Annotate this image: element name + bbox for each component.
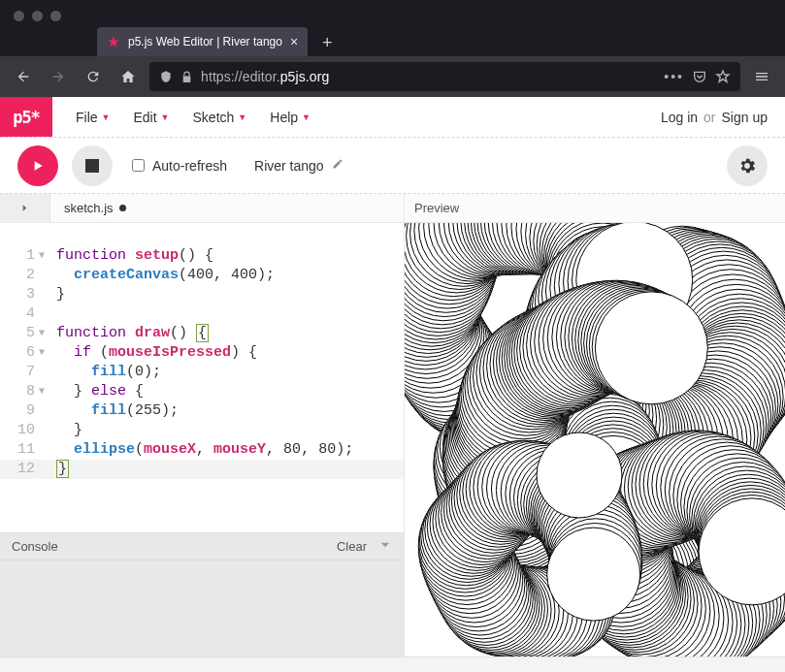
unsaved-dot-icon [119, 205, 126, 211]
sketch-name-text: River tango [254, 158, 324, 174]
code-content: } else { [47, 382, 144, 401]
line-number: 11 [0, 440, 37, 460]
gear-icon [737, 156, 757, 176]
home-icon [120, 69, 136, 84]
code-line[interactable]: 3} [0, 285, 404, 304]
window-maximize-dot[interactable] [50, 11, 61, 21]
back-button[interactable] [10, 63, 37, 90]
play-icon [30, 158, 46, 174]
horizontal-scrollbar[interactable] [0, 656, 785, 672]
shield-icon [159, 70, 173, 83]
play-button[interactable] [17, 145, 58, 186]
line-number: 8 [0, 382, 37, 401]
code-content: } [47, 421, 82, 440]
console-body[interactable] [0, 560, 404, 656]
p5-editor-app: p5* File▼Edit▼Sketch▼Help▼ Log in or Sig… [0, 97, 785, 672]
line-number: 1 [0, 246, 37, 266]
console-header: Console Clear [0, 532, 404, 560]
code-line[interactable]: 9 fill(255); [0, 401, 404, 421]
code-line[interactable]: 11 ellipse(mouseX, mouseY, 80, 80); [0, 440, 404, 460]
code-content: fill(0); [47, 363, 161, 382]
code-line[interactable]: 7 fill(0); [0, 363, 404, 382]
auto-refresh-toggle[interactable]: Auto-refresh [132, 158, 227, 174]
signup-link[interactable]: Sign up [722, 110, 768, 125]
url-text: https://editor.p5js.org [201, 69, 656, 84]
preview-label: Preview [414, 201, 459, 215]
code-line[interactable]: 1▼function setup() { [0, 246, 404, 266]
chevron-down-icon: ▼ [238, 112, 246, 122]
stop-button[interactable] [72, 145, 113, 186]
bookmark-star-icon[interactable] [715, 69, 731, 84]
login-link[interactable]: Log in [661, 110, 698, 125]
console-collapse-button[interactable] [378, 538, 392, 555]
line-number: 7 [0, 363, 37, 382]
browser-menu-button[interactable] [748, 63, 775, 90]
pencil-icon [332, 158, 343, 170]
auth-or: or [703, 110, 715, 125]
reload-button[interactable] [80, 63, 107, 90]
page-actions-icon[interactable]: ••• [664, 69, 684, 84]
code-line[interactable]: 4 [0, 304, 404, 324]
edit-name-button[interactable] [332, 158, 343, 173]
code-line[interactable]: 12} [0, 460, 404, 479]
file-tab[interactable]: sketch.js [50, 194, 140, 223]
pocket-icon[interactable] [692, 69, 707, 84]
window-close-dot[interactable] [14, 11, 24, 21]
menu-item-sketch[interactable]: Sketch▼ [181, 97, 259, 138]
settings-button[interactable] [727, 145, 768, 186]
url-bar[interactable]: https://editor.p5js.org ••• [149, 62, 740, 91]
browser-tab[interactable]: p5.js Web Editor | River tango × [97, 27, 308, 56]
preview-header: Preview [405, 194, 785, 223]
auto-refresh-checkbox[interactable] [132, 159, 145, 172]
tab-strip: p5.js Web Editor | River tango × + [0, 27, 785, 56]
toolbar: Auto-refresh River tango [0, 138, 785, 194]
menu-item-label: File [76, 110, 98, 125]
code-line[interactable]: 2 createCanvas(400, 400); [0, 266, 404, 285]
arrow-right-icon [50, 69, 66, 84]
chevron-down-icon: ▼ [102, 112, 111, 122]
browser-tab-title: p5.js Web Editor | River tango [128, 35, 282, 48]
chevron-right-icon [19, 203, 30, 213]
console-clear-button[interactable]: Clear [337, 539, 367, 554]
code-line[interactable]: 10 } [0, 421, 404, 440]
browser-chrome: p5.js Web Editor | River tango × + https… [0, 0, 785, 97]
code-line[interactable]: 8▼ } else { [0, 382, 404, 401]
code-content: } [47, 285, 65, 304]
tab-close-icon[interactable]: × [290, 35, 298, 48]
fold-gutter-icon[interactable]: ▼ [37, 246, 47, 266]
chevron-down-icon [378, 538, 392, 552]
menu-item-help[interactable]: Help▼ [258, 97, 322, 138]
code-content: } [47, 460, 69, 479]
preview-canvas-wrap [405, 223, 785, 656]
code-content: function draw() { [47, 324, 209, 343]
expand-sidebar-button[interactable] [0, 194, 50, 223]
menu-item-file[interactable]: File▼ [64, 97, 121, 138]
forward-button [45, 63, 72, 90]
home-button[interactable] [114, 63, 142, 90]
lock-icon [180, 71, 193, 83]
code-content: if (mouseIsPressed) { [47, 343, 257, 363]
code-editor[interactable]: 1▼function setup() {2 createCanvas(400, … [0, 223, 404, 532]
p5-logo[interactable]: p5* [0, 97, 52, 137]
code-line[interactable]: 6▼ if (mouseIsPressed) { [0, 343, 404, 363]
line-number: 5 [0, 324, 37, 343]
code-line[interactable]: 5▼function draw() { [0, 324, 404, 343]
new-tab-button[interactable]: + [313, 29, 341, 56]
fold-gutter-icon[interactable]: ▼ [37, 382, 47, 401]
hamburger-icon [754, 69, 769, 84]
menu-item-edit[interactable]: Edit▼ [121, 97, 180, 138]
line-number: 3 [0, 285, 37, 304]
stop-icon [85, 159, 99, 173]
preview-canvas[interactable] [405, 223, 785, 656]
line-number: 2 [0, 266, 37, 285]
code-content: function setup() { [47, 246, 213, 266]
menu-item-label: Edit [133, 110, 156, 125]
window-minimize-dot[interactable] [32, 11, 43, 21]
fold-gutter-icon[interactable]: ▼ [37, 343, 47, 363]
preview-column: Preview [405, 194, 785, 656]
line-number: 6 [0, 343, 37, 363]
line-number: 9 [0, 401, 37, 421]
file-tabs: sketch.js [0, 194, 404, 223]
fold-gutter-icon[interactable]: ▼ [37, 324, 47, 343]
reload-icon [85, 69, 101, 84]
